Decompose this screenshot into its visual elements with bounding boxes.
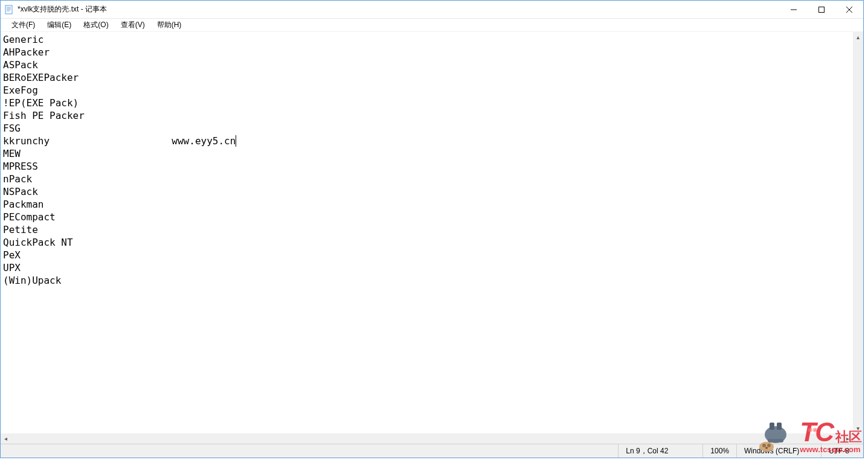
menu-view[interactable]: 查看(V): [115, 19, 151, 31]
titlebar: *xvlk支持脱的壳.txt - 记事本: [1, 1, 863, 19]
scroll-down-arrow[interactable]: ▾: [853, 423, 863, 433]
statusbar: Ln 9，Col 42 100% Windows (CRLF) UTF-8: [1, 444, 863, 458]
status-position: Ln 9，Col 42: [618, 444, 702, 458]
notepad-window: *xvlk支持脱的壳.txt - 记事本 文件(F) 编辑(E) 格式(O) 查…: [0, 0, 864, 458]
scroll-corner: [853, 433, 863, 444]
window-title: *xvlk支持脱的壳.txt - 记事本: [18, 4, 780, 14]
horizontal-scrollbar[interactable]: ◂ ▸: [1, 433, 853, 444]
status-lineending: Windows (CRLF): [736, 444, 821, 458]
close-button[interactable]: [835, 1, 863, 18]
menu-help[interactable]: 帮助(H): [151, 19, 188, 31]
content-area: Generic AHPacker ASPack BERoEXEPacker Ex…: [1, 32, 863, 444]
maximize-button[interactable]: [808, 1, 835, 18]
scroll-track-v[interactable]: [853, 42, 863, 423]
scroll-right-arrow[interactable]: ▸: [843, 433, 853, 444]
minimize-button[interactable]: [780, 1, 808, 18]
menu-format[interactable]: 格式(O): [77, 19, 114, 31]
status-zoom: 100%: [702, 444, 736, 458]
notepad-icon: [4, 5, 14, 14]
menubar: 文件(F) 编辑(E) 格式(O) 查看(V) 帮助(H): [1, 19, 863, 32]
scroll-track-h[interactable]: [11, 433, 843, 444]
vertical-scrollbar[interactable]: ▴ ▾: [853, 32, 863, 433]
menu-file[interactable]: 文件(F): [5, 19, 41, 31]
status-encoding: UTF-8: [821, 444, 863, 458]
menu-edit[interactable]: 编辑(E): [41, 19, 77, 31]
text-editor[interactable]: Generic AHPacker ASPack BERoEXEPacker Ex…: [1, 32, 853, 433]
scroll-up-arrow[interactable]: ▴: [853, 32, 863, 42]
svg-rect-6: [819, 7, 825, 12]
scroll-left-arrow[interactable]: ◂: [1, 433, 11, 444]
window-controls: [780, 1, 863, 18]
